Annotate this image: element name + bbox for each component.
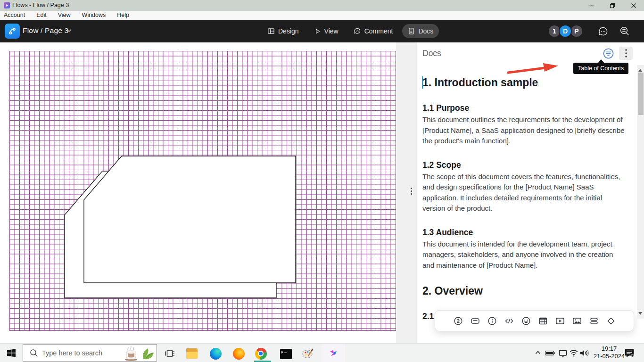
wifi-icon[interactable] — [569, 349, 578, 357]
doc-heading-scope[interactable]: 1.2 Scope — [422, 159, 625, 171]
time: 19:17 — [588, 345, 630, 353]
screen: F Flows - Flow / Page 3 Account Edit Vie… — [0, 0, 644, 362]
menu-item-edit[interactable]: Edit — [31, 12, 52, 18]
tab-view[interactable]: View — [308, 24, 344, 38]
paint-icon[interactable] — [302, 347, 314, 360]
video-icon[interactable] — [555, 316, 565, 326]
doc-heading-purpose[interactable]: 1.1 Purpose — [422, 102, 625, 114]
flows-taskbar-button[interactable] — [322, 344, 345, 362]
divider-icon[interactable] — [589, 316, 599, 326]
chrome-running-indicator — [254, 361, 271, 362]
taskbar-search[interactable]: Type here to search — [23, 344, 157, 362]
document-content[interactable]: 1. Introduction sample 1.1 Purpose This … — [422, 75, 625, 323]
hidden-icons-chevron[interactable] — [534, 349, 542, 356]
avatar[interactable]: P — [570, 25, 583, 38]
taskbar-clock[interactable]: 19:17 21-05-2024 — [588, 345, 630, 360]
zoom-search-icon[interactable] — [619, 26, 630, 37]
play-icon — [314, 28, 321, 35]
info-icon[interactable] — [487, 316, 497, 326]
menu-item-account[interactable]: Account — [0, 12, 31, 18]
flows-logo-icon — [329, 348, 338, 358]
doc-paragraph-audience[interactable]: This document is intended for the develo… — [422, 239, 625, 271]
taskbar: Type here to search — [0, 343, 644, 362]
file-explorer-icon[interactable] — [186, 347, 198, 360]
chrome-icon[interactable] — [255, 347, 267, 360]
table-of-contents-icon — [603, 48, 614, 59]
code-block-icon[interactable] — [504, 316, 514, 326]
window-titlebar: F Flows - Flow / Page 3 — [0, 0, 644, 11]
minimize-button[interactable] — [580, 0, 602, 11]
battery-icon[interactable] — [545, 349, 556, 357]
svg-text:2: 2 — [457, 318, 460, 323]
firefox-icon[interactable] — [232, 347, 245, 360]
avatar[interactable]: D — [559, 25, 572, 38]
restore-button[interactable] — [602, 0, 623, 11]
doc-paragraph-scope[interactable]: The scope of this document covers the fe… — [422, 172, 625, 214]
doc-heading-overview[interactable]: 2. Overview — [422, 284, 625, 298]
doc-heading-audience[interactable]: 1.3 Audience — [422, 227, 625, 238]
canvas-area[interactable] — [0, 42, 396, 343]
start-button[interactable] — [6, 348, 17, 358]
tea-cup-illustration — [122, 345, 156, 362]
chat-icon[interactable] — [598, 26, 609, 37]
emoji-icon[interactable] — [521, 316, 531, 326]
menu-item-help[interactable]: Help — [111, 12, 135, 18]
panel-resize-handle[interactable] — [411, 188, 412, 195]
window-title: Flows - Flow / Page 3 — [12, 2, 69, 8]
command-prompt-icon[interactable] — [280, 347, 292, 360]
image-icon[interactable] — [572, 316, 582, 326]
panel-divider — [396, 42, 417, 343]
docs-options-button[interactable] — [619, 47, 633, 60]
volume-icon[interactable] — [579, 349, 589, 357]
close-button[interactable] — [623, 0, 644, 11]
flows-app-icon: F — [4, 2, 10, 8]
tab-comment[interactable]: Comment — [348, 24, 399, 38]
tab-design[interactable]: Design — [262, 24, 305, 38]
menu-item-view[interactable]: View — [52, 12, 76, 18]
docs-panel: Docs 1. Introduction sample 1.1 Purpose … — [417, 42, 644, 343]
action-center-icon[interactable] — [624, 348, 635, 358]
comment-bubble-icon — [354, 27, 361, 35]
scroll-up-arrow[interactable] — [638, 69, 642, 72]
search-icon — [30, 349, 38, 357]
callout-icon[interactable] — [470, 316, 480, 326]
date: 21-05-2024 — [588, 353, 630, 360]
doc-heading-introduction[interactable]: 1. Introduction sample — [422, 75, 625, 90]
scroll-down-arrow[interactable] — [638, 312, 642, 315]
edge-icon[interactable] — [209, 347, 222, 360]
app-header: Flow / Page 3 Design View Commen — [0, 20, 644, 42]
editor-toolbar: 2 — [435, 310, 634, 331]
table-icon[interactable] — [538, 316, 548, 326]
tooltip: Table of Contents — [573, 63, 628, 74]
header-tabs: Design View Comment Docs — [262, 20, 439, 42]
search-placeholder: Type here to search — [42, 349, 102, 357]
numbered-circle-icon[interactable]: 2 — [453, 316, 463, 326]
menu-bar: Account Edit View Windows Help — [0, 11, 644, 20]
cast-display-icon[interactable] — [558, 349, 568, 358]
eraser-icon[interactable] — [606, 316, 616, 326]
document-icon — [408, 27, 415, 35]
table-of-contents-button[interactable] — [602, 47, 614, 59]
menu-item-windows[interactable]: Windows — [76, 12, 112, 18]
chevron-down-icon[interactable] — [66, 29, 72, 33]
breadcrumb[interactable]: Flow / Page 3 — [23, 26, 68, 35]
docs-scrollbar[interactable] — [637, 65, 644, 319]
flow-logo[interactable] — [5, 24, 20, 39]
task-view-button[interactable] — [164, 347, 176, 360]
annotation-arrow — [504, 60, 562, 76]
kebab-menu-icon — [625, 49, 627, 58]
design-layout-icon — [267, 27, 275, 35]
scrollbar-thumb[interactable] — [638, 73, 644, 115]
canvas-grid[interactable] — [9, 51, 396, 331]
tab-docs[interactable]: Docs — [402, 24, 439, 38]
docs-panel-title: Docs — [422, 49, 441, 58]
doc-paragraph-purpose[interactable]: This document outlines the requirements … — [422, 115, 625, 147]
